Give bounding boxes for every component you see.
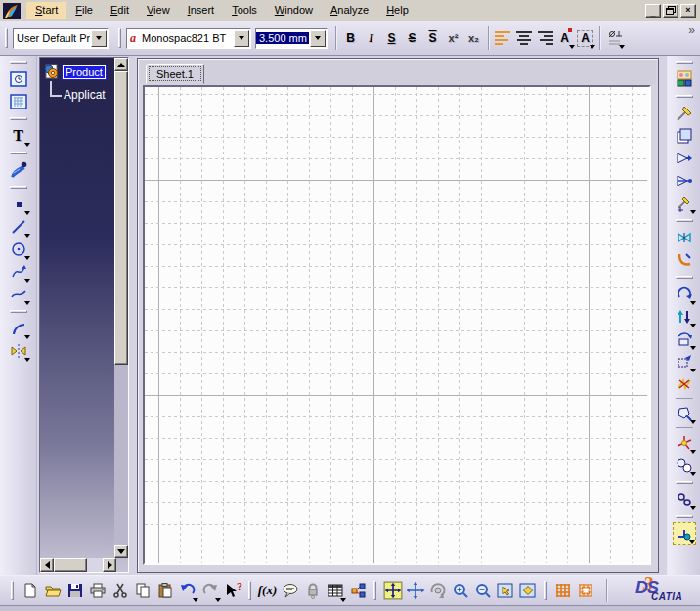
italic-button[interactable]: I bbox=[361, 27, 381, 49]
tree-node-product[interactable]: Product bbox=[43, 64, 106, 80]
fit-all-in-button[interactable] bbox=[381, 580, 404, 602]
restore-button[interactable] bbox=[663, 4, 678, 18]
grid-button[interactable] bbox=[551, 580, 574, 602]
align-right-button[interactable] bbox=[534, 27, 554, 49]
subscript-button[interactable]: x₂ bbox=[463, 27, 484, 49]
scroll-right-button[interactable] bbox=[103, 558, 116, 572]
instantiate-component-button[interactable] bbox=[673, 67, 696, 90]
toolbar-grip[interactable] bbox=[5, 28, 8, 48]
toolbar-grip[interactable] bbox=[10, 310, 27, 313]
font-color-button[interactable]: A bbox=[554, 27, 575, 49]
comment-button[interactable] bbox=[279, 580, 301, 602]
line-tool-button[interactable] bbox=[7, 215, 30, 238]
whats-this-button[interactable]: ? bbox=[221, 580, 243, 602]
menu-item-insert[interactable]: Insert bbox=[179, 2, 224, 19]
tree-node-label[interactable]: Product bbox=[63, 65, 106, 79]
menu-item-help[interactable]: Help bbox=[377, 2, 417, 19]
redo-button[interactable] bbox=[198, 580, 221, 602]
scroll-thumb[interactable] bbox=[54, 558, 87, 572]
point-tool-button[interactable] bbox=[7, 193, 30, 215]
strikethrough-button[interactable]: S bbox=[402, 27, 422, 49]
formula-button[interactable]: f(x) bbox=[256, 580, 279, 602]
toolbar-grip[interactable] bbox=[10, 152, 27, 154]
new-document-button[interactable] bbox=[19, 580, 41, 602]
toolbar-grip[interactable] bbox=[10, 117, 27, 120]
save-button[interactable] bbox=[64, 580, 86, 602]
symmetry-tool-button[interactable] bbox=[7, 339, 30, 362]
size-combo-arrow[interactable] bbox=[310, 30, 326, 47]
pattern-fill-button[interactable] bbox=[7, 158, 30, 181]
toolbar-grip[interactable] bbox=[248, 581, 251, 600]
flip-orientation-button[interactable] bbox=[673, 305, 696, 327]
menu-item-analyze[interactable]: Analyze bbox=[322, 2, 377, 19]
lock-button[interactable] bbox=[301, 580, 324, 602]
minimize-button[interactable]: _ bbox=[645, 4, 661, 18]
arc-tool-button[interactable] bbox=[7, 317, 30, 339]
text-tool-button[interactable]: T bbox=[7, 124, 30, 147]
tree-horizontal-scrollbar[interactable] bbox=[40, 558, 116, 572]
scroll-up-button[interactable] bbox=[114, 58, 128, 71]
paste-button[interactable] bbox=[153, 580, 176, 602]
scroll-thumb[interactable] bbox=[114, 71, 128, 365]
zoom-in-button[interactable] bbox=[449, 580, 471, 602]
overlap-check-button[interactable] bbox=[673, 454, 696, 476]
toolbar-grip[interactable] bbox=[118, 28, 121, 48]
toolbar-grip[interactable] bbox=[544, 581, 547, 600]
menu-item-view[interactable]: View bbox=[138, 2, 179, 19]
rotate-view-button[interactable] bbox=[673, 283, 696, 305]
toolbar-grip[interactable] bbox=[676, 219, 693, 222]
close-button[interactable]: × bbox=[680, 4, 696, 18]
explode-button[interactable] bbox=[673, 431, 696, 454]
menu-item-window[interactable]: Window bbox=[266, 2, 322, 19]
toolbar-grip[interactable] bbox=[676, 61, 693, 64]
zoom-out-button[interactable] bbox=[471, 580, 494, 602]
transform-button[interactable] bbox=[673, 350, 696, 372]
size-combo[interactable]: 3.500 mm bbox=[255, 28, 328, 49]
toolbar-grip[interactable] bbox=[676, 481, 693, 484]
underline-button[interactable]: S bbox=[381, 27, 402, 49]
print-button[interactable] bbox=[86, 580, 109, 602]
normal-view-button[interactable] bbox=[494, 580, 516, 602]
menu-item-edit[interactable]: Edit bbox=[102, 2, 138, 19]
circle-tool-button[interactable] bbox=[7, 238, 30, 260]
product-structure-button[interactable] bbox=[346, 580, 369, 602]
turn-head-button[interactable] bbox=[673, 169, 696, 192]
new-view-button[interactable] bbox=[7, 67, 30, 90]
link-components-button[interactable] bbox=[673, 488, 696, 510]
sweep-button[interactable] bbox=[673, 248, 696, 271]
snap-to-grid-button[interactable] bbox=[574, 580, 596, 602]
fly-mode-button[interactable] bbox=[673, 147, 696, 169]
undo-button[interactable] bbox=[176, 580, 198, 602]
frame-text-button[interactable]: A bbox=[575, 27, 595, 49]
image-capture-button[interactable] bbox=[673, 124, 696, 147]
cut-button[interactable] bbox=[109, 580, 131, 602]
overline-button[interactable]: S bbox=[422, 27, 443, 49]
spline-tool-button[interactable] bbox=[7, 260, 30, 283]
toolbar-grip[interactable] bbox=[11, 581, 14, 600]
toolbar-grip[interactable] bbox=[676, 276, 693, 279]
curve-tool-button[interactable] bbox=[7, 283, 30, 305]
design-table-button[interactable] bbox=[324, 580, 346, 602]
align-left-button[interactable] bbox=[493, 27, 513, 49]
snap-off-button[interactable] bbox=[673, 372, 696, 395]
toolbar-grip[interactable] bbox=[676, 515, 693, 518]
tree-node-applications[interactable]: Applicat bbox=[64, 88, 106, 102]
align-center-button[interactable] bbox=[513, 27, 534, 49]
active-tool-button[interactable] bbox=[673, 522, 696, 545]
rotate-3d-button[interactable] bbox=[673, 327, 696, 350]
bold-button[interactable]: B bbox=[340, 27, 361, 49]
toolbar-grip[interactable] bbox=[676, 95, 693, 98]
rotate-button[interactable] bbox=[426, 580, 449, 602]
new-sheet-button[interactable] bbox=[7, 90, 30, 112]
profile-feature-button[interactable] bbox=[673, 402, 696, 424]
measure-button[interactable] bbox=[673, 102, 696, 124]
font-combo[interactable]: a Monospac821 BT bbox=[126, 28, 251, 49]
menu-item-tools[interactable]: Tools bbox=[223, 2, 266, 19]
constraint-button[interactable] bbox=[673, 226, 696, 248]
update-button[interactable] bbox=[673, 192, 696, 214]
menu-item-file[interactable]: File bbox=[66, 2, 102, 19]
dimension-style-button[interactable] bbox=[604, 27, 625, 49]
toolbar-overflow-chevron[interactable]: » bbox=[688, 23, 694, 37]
drawing-area[interactable] bbox=[143, 85, 651, 565]
superscript-button[interactable]: x² bbox=[443, 27, 463, 49]
